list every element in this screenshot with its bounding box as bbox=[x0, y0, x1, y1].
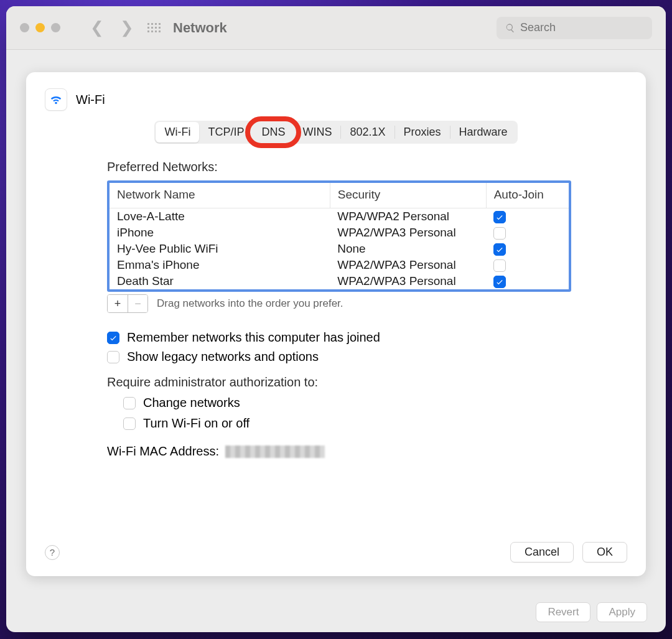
search-input[interactable] bbox=[520, 21, 643, 34]
close-window-button[interactable] bbox=[20, 23, 29, 32]
tab-hardware[interactable]: Hardware bbox=[450, 122, 516, 142]
all-prefs-icon[interactable] bbox=[147, 23, 161, 32]
titlebar: ❮ ❯ Network bbox=[6, 6, 666, 50]
col-auto-join[interactable]: Auto-Join bbox=[486, 183, 569, 208]
help-button[interactable]: ? bbox=[45, 545, 60, 560]
revert-button[interactable]: Revert bbox=[536, 602, 590, 622]
auto-join-checkbox[interactable] bbox=[493, 227, 506, 240]
security-cell: WPA/WPA2 Personal bbox=[330, 208, 486, 225]
security-cell: None bbox=[330, 241, 486, 257]
change-networks-label: Change networks bbox=[143, 396, 240, 410]
zoom-window-button[interactable] bbox=[51, 23, 60, 32]
tab-tcpip[interactable]: TCP/IP bbox=[199, 122, 253, 142]
apply-button[interactable]: Apply bbox=[597, 602, 647, 622]
window-footer: Revert Apply bbox=[536, 602, 647, 622]
tab-dns[interactable]: DNS bbox=[253, 122, 294, 142]
table-row[interactable]: Death StarWPA2/WPA3 Personal bbox=[110, 273, 569, 289]
network-name-cell: Emma's iPhone bbox=[110, 257, 330, 273]
security-cell: WPA2/WPA3 Personal bbox=[330, 273, 486, 289]
mac-address-value bbox=[225, 445, 325, 458]
system-preferences-window: ❮ ❯ Network Revert Apply Wi-Fi Wi-FiTCP/… bbox=[6, 6, 666, 632]
col-network-name[interactable]: Network Name bbox=[110, 183, 330, 208]
table-row[interactable]: Emma's iPhoneWPA2/WPA3 Personal bbox=[110, 257, 569, 273]
mac-address-label: Wi-Fi MAC Address: bbox=[107, 444, 219, 459]
add-remove-buttons: + − bbox=[107, 294, 148, 313]
ok-button[interactable]: OK bbox=[582, 542, 627, 562]
show-legacy-checkbox[interactable] bbox=[107, 351, 119, 363]
network-name-cell: Hy-Vee Public WiFi bbox=[110, 241, 330, 257]
security-cell: WPA2/WPA3 Personal bbox=[330, 257, 486, 273]
table-row[interactable]: Hy-Vee Public WiFiNone bbox=[110, 241, 569, 257]
col-security[interactable]: Security bbox=[330, 183, 486, 208]
auto-join-checkbox[interactable] bbox=[493, 243, 506, 256]
turn-wifi-label: Turn Wi-Fi on or off bbox=[143, 416, 250, 431]
preferred-networks-table[interactable]: Network Name Security Auto-Join Love-A-L… bbox=[107, 180, 571, 292]
network-name-cell: Love-A-Latte bbox=[110, 208, 330, 225]
tab-bar: Wi-FiTCP/IPDNSWINS802.1XProxiesHardware bbox=[154, 121, 517, 144]
search-field[interactable] bbox=[497, 17, 652, 39]
security-cell: WPA2/WPA3 Personal bbox=[330, 225, 486, 241]
show-legacy-label: Show legacy networks and options bbox=[127, 350, 319, 364]
window-title: Network bbox=[173, 20, 227, 36]
turn-wifi-checkbox[interactable] bbox=[123, 417, 136, 430]
wifi-icon bbox=[45, 88, 67, 111]
window-controls bbox=[20, 23, 60, 32]
tab-wins[interactable]: WINS bbox=[294, 122, 340, 142]
network-name-cell: Death Star bbox=[110, 273, 330, 289]
network-name-cell: iPhone bbox=[110, 225, 330, 241]
auto-join-checkbox[interactable] bbox=[493, 211, 506, 223]
remember-networks-checkbox[interactable] bbox=[107, 332, 119, 344]
table-row[interactable]: iPhoneWPA2/WPA3 Personal bbox=[110, 225, 569, 241]
search-icon bbox=[505, 22, 515, 34]
auto-join-checkbox[interactable] bbox=[493, 259, 506, 272]
back-button[interactable]: ❮ bbox=[85, 18, 109, 37]
preferred-networks-label: Preferred Networks: bbox=[107, 160, 571, 174]
admin-auth-label: Require administrator authorization to: bbox=[107, 375, 571, 389]
drag-hint: Drag networks into the order you prefer. bbox=[157, 297, 343, 310]
tab-8021x[interactable]: 802.1X bbox=[341, 122, 394, 142]
minimize-window-button[interactable] bbox=[35, 23, 45, 32]
sheet-title: Wi-Fi bbox=[76, 93, 105, 107]
auto-join-checkbox[interactable] bbox=[493, 276, 506, 288]
cancel-button[interactable]: Cancel bbox=[510, 542, 574, 562]
table-row[interactable]: Love-A-LatteWPA/WPA2 Personal bbox=[110, 208, 569, 225]
tab-wifi[interactable]: Wi-Fi bbox=[156, 122, 199, 142]
remember-networks-label: Remember networks this computer has join… bbox=[127, 330, 380, 345]
wifi-advanced-sheet: Wi-Fi Wi-FiTCP/IPDNSWINS802.1XProxiesHar… bbox=[26, 72, 646, 576]
tab-proxies[interactable]: Proxies bbox=[395, 122, 450, 142]
remove-network-button[interactable]: − bbox=[128, 295, 147, 312]
forward-button[interactable]: ❯ bbox=[115, 18, 139, 37]
add-network-button[interactable]: + bbox=[108, 295, 128, 312]
change-networks-checkbox[interactable] bbox=[123, 397, 136, 409]
